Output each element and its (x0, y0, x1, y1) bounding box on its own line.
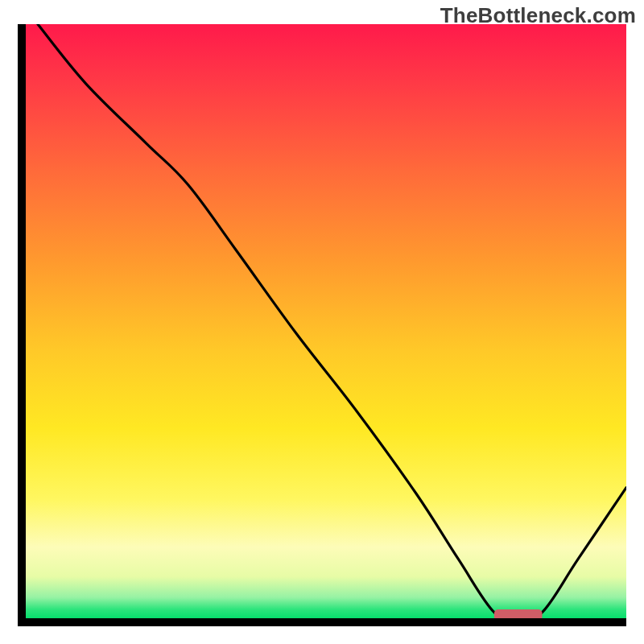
optimum-marker (494, 609, 543, 618)
plot-svg (26, 24, 626, 618)
chart-container: TheBottleneck.com (0, 0, 644, 644)
